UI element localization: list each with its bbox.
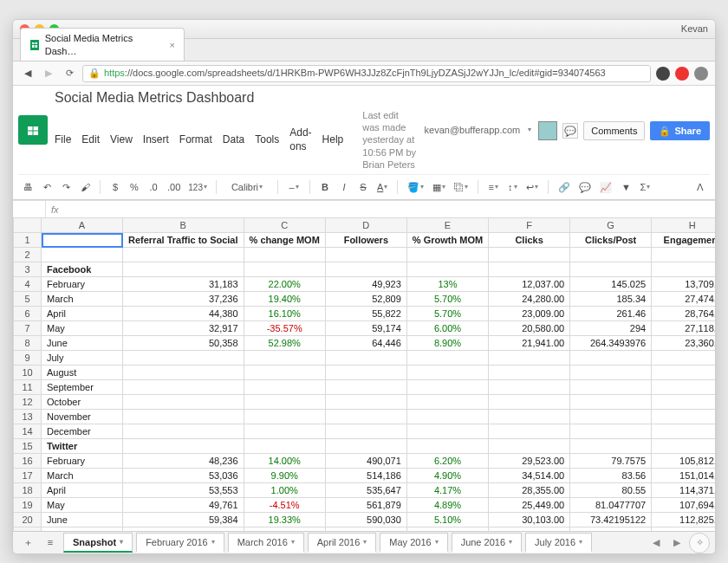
row-header[interactable]: 4 (14, 277, 42, 292)
font-size-select[interactable]: –▾ (285, 178, 302, 196)
cell[interactable]: Referral Traffic to Social (123, 233, 244, 248)
chevron-down-icon[interactable]: ▾ (120, 538, 123, 547)
dec-decimals-button[interactable]: .0 (146, 178, 161, 196)
cell[interactable] (325, 248, 406, 262)
row-header[interactable]: 18 (14, 483, 42, 498)
cell[interactable] (325, 366, 406, 380)
cell[interactable]: 27,474.00 (652, 292, 715, 307)
cell[interactable]: -35.57% (244, 321, 325, 336)
cell[interactable]: February (42, 277, 123, 292)
cell[interactable] (325, 424, 406, 439)
sheet-scroll-left[interactable]: ◀ (647, 536, 665, 548)
row-header[interactable]: 17 (14, 469, 42, 483)
cell[interactable]: June (42, 336, 123, 351)
cell[interactable]: April (42, 483, 123, 498)
row-header[interactable]: 12 (14, 395, 42, 410)
row-header[interactable]: 2 (14, 248, 42, 262)
cell[interactable] (325, 395, 406, 410)
cell[interactable]: 52.98% (244, 336, 325, 351)
cell[interactable]: 21,941.00 (489, 336, 570, 351)
explore-button[interactable]: ✧ (689, 533, 710, 553)
row-header[interactable]: 3 (14, 262, 42, 277)
cell[interactable] (570, 366, 652, 380)
cell[interactable] (489, 424, 570, 439)
cell[interactable] (325, 527, 406, 531)
name-box[interactable] (13, 201, 46, 217)
font-family-select[interactable]: Calibri▾ (224, 178, 270, 196)
cell[interactable]: 48,236 (123, 454, 244, 469)
cell[interactable] (406, 424, 488, 439)
sheets-app-icon[interactable] (18, 115, 48, 145)
cell[interactable]: 8.90% (406, 336, 488, 351)
cell[interactable]: August (42, 366, 123, 380)
cell[interactable]: 13% (406, 277, 488, 292)
cell[interactable]: 261.46 (570, 307, 652, 321)
cell[interactable] (325, 380, 406, 395)
sheet-tab[interactable]: February 2016▾ (136, 533, 224, 553)
cell[interactable]: 490,071 (325, 454, 406, 469)
cell[interactable]: % Growth MOM (406, 233, 488, 248)
cell[interactable]: 59,174 (325, 321, 406, 336)
cell[interactable]: 52,809 (325, 292, 406, 307)
cell[interactable]: 105,812.00 (652, 454, 715, 469)
cell[interactable] (652, 262, 715, 277)
cell[interactable] (406, 410, 488, 424)
cell[interactable]: Followers (325, 233, 406, 248)
text-wrap-button[interactable]: ↩▾ (523, 178, 541, 196)
cell[interactable] (123, 439, 244, 454)
cell[interactable] (570, 380, 652, 395)
cell[interactable]: -4.51% (244, 498, 325, 513)
cell[interactable] (244, 395, 325, 410)
menu-edit[interactable]: Edit (81, 133, 100, 147)
document-title[interactable]: Social Media Metrics Dashboard (55, 89, 418, 107)
cell[interactable]: 6.20% (406, 454, 488, 469)
row-header[interactable]: 8 (14, 336, 42, 351)
menu-help[interactable]: Help (322, 133, 344, 147)
cell[interactable]: 514,186 (325, 469, 406, 483)
cell[interactable]: 49,923 (325, 277, 406, 292)
column-header[interactable]: G (570, 218, 652, 233)
cell[interactable]: 151,014.00 (652, 469, 715, 483)
cell[interactable]: April (42, 307, 123, 321)
cell[interactable]: 31,183 (123, 277, 244, 292)
menu-insert[interactable]: Insert (143, 133, 169, 147)
row-header[interactable]: 20 (14, 513, 42, 527)
chevron-down-icon[interactable]: ▾ (528, 126, 531, 134)
cell[interactable]: 112,825.00 (652, 513, 715, 527)
column-header[interactable]: B (123, 218, 244, 233)
browser-menu-icon[interactable] (694, 67, 708, 81)
row-header[interactable]: 7 (14, 321, 42, 336)
cell[interactable]: 24,280.00 (489, 292, 570, 307)
row-header[interactable]: 5 (14, 292, 42, 307)
row-header[interactable]: 21 (14, 527, 42, 531)
cell[interactable] (489, 248, 570, 262)
add-sheet-button[interactable]: ＋ (18, 536, 37, 548)
cell[interactable] (123, 395, 244, 410)
row-header[interactable]: 1 (14, 233, 42, 248)
cell[interactable] (489, 439, 570, 454)
account-email[interactable]: kevan@bufferapp.com (425, 124, 521, 136)
format-percent-button[interactable]: % (127, 178, 142, 196)
filter-button[interactable]: ▼ (618, 178, 634, 196)
cell[interactable] (406, 527, 488, 531)
nav-back-button[interactable]: ◀ (20, 66, 36, 81)
cell[interactable]: October (42, 395, 123, 410)
collapse-toolbar-button[interactable]: ᐱ (692, 178, 708, 196)
cell[interactable] (406, 248, 488, 262)
cell[interactable]: May (42, 498, 123, 513)
cell[interactable]: 81.0477707 (570, 498, 652, 513)
cell[interactable] (244, 366, 325, 380)
cell[interactable] (489, 527, 570, 531)
cell[interactable]: 53,036 (123, 469, 244, 483)
cell[interactable]: 79.7575 (570, 454, 652, 469)
cell[interactable]: 294 (570, 321, 652, 336)
chevron-down-icon[interactable]: ▾ (579, 538, 582, 547)
cell[interactable]: 5.70% (406, 307, 488, 321)
cell[interactable] (325, 262, 406, 277)
sheet-tab[interactable]: Snapshot▾ (63, 533, 133, 553)
cell[interactable]: 64,446 (325, 336, 406, 351)
cell[interactable] (489, 366, 570, 380)
chevron-down-icon[interactable]: ▾ (291, 538, 295, 547)
cell[interactable]: % change MOM (244, 233, 325, 248)
chat-icon[interactable]: 💬 (562, 123, 578, 139)
